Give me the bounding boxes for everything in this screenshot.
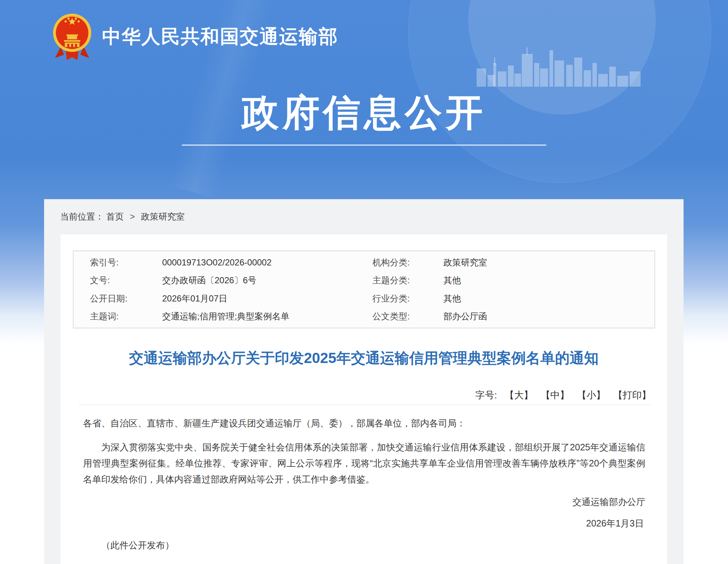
- font-size-small-button[interactable]: 【小】: [577, 390, 606, 401]
- title-underline: [182, 145, 546, 146]
- meta-value: 000019713O02/2026-00002: [162, 257, 372, 268]
- site-brand[interactable]: 中华人民共和国交通运输部: [52, 12, 338, 62]
- signature-date: 2026年1月3日: [83, 515, 644, 531]
- document-body: 各省、自治区、直辖市、新疆生产建设兵团交通运输厅（局、委），部属各单位，部内各司…: [83, 415, 645, 553]
- breadcrumb-home-link[interactable]: 首页: [106, 212, 124, 221]
- meta-label: 文号:: [90, 275, 162, 286]
- meta-label: 主题分类:: [372, 275, 443, 286]
- meta-label: 公开日期:: [90, 293, 162, 304]
- font-size-bar: 字号: 【大】 【中】 【小】 【打印】: [475, 389, 651, 402]
- content-panel: 当前位置： 首页 > 政策研究室 索引号: 000019713O02/2026-…: [44, 199, 684, 564]
- table-row: 主题词: 交通运输;信用管理;典型案例名单 公文类型: 部办公厅函: [74, 308, 654, 325]
- meta-value: 部办公厅函: [443, 311, 654, 322]
- table-row: 文号: 交办政研函〔2026〕6号 主题分类: 其他: [74, 272, 654, 289]
- document-area: 索引号: 000019713O02/2026-00002 机构分类: 政策研究室…: [60, 234, 667, 564]
- meta-value: 政策研究室: [443, 257, 654, 268]
- metadata-table: 索引号: 000019713O02/2026-00002 机构分类: 政策研究室…: [73, 251, 655, 328]
- signature-org: 交通运输部办公厅: [83, 494, 645, 510]
- document-title: 交通运输部办公厅关于印发2025年交通运输信用管理典型案例名单的通知: [68, 348, 660, 368]
- body-paragraph: 为深入贯彻落实党中央、国务院关于健全社会信用体系的决策部署，加快交通运输行业信用…: [83, 439, 645, 487]
- salutation-line: 各省、自治区、直辖市、新疆生产建设兵团交通运输厅（局、委），部属各单位，部内各司…: [83, 415, 645, 431]
- meta-label: 行业分类:: [372, 293, 443, 304]
- meta-value: 其他: [443, 293, 654, 304]
- breadcrumb: 当前位置： 首页 > 政策研究室: [60, 211, 185, 222]
- table-row: 公开日期: 2026年01月07日 行业分类: 其他: [74, 290, 654, 307]
- breadcrumb-current-link[interactable]: 政策研究室: [141, 212, 185, 221]
- meta-label: 索引号:: [90, 257, 162, 268]
- font-size-large-button[interactable]: 【大】: [505, 390, 533, 401]
- meta-value: 交办政研函〔2026〕6号: [162, 275, 372, 286]
- page: 中华人民共和国交通运输部 政府信息公开 当前位置： 首页 > 政策研究室 索引号…: [0, 0, 728, 564]
- title-divider: [79, 405, 651, 405]
- page-title: 政府信息公开: [0, 88, 728, 138]
- meta-label: 机构分类:: [372, 257, 443, 268]
- meta-value: 其他: [443, 275, 654, 286]
- site-name: 中华人民共和国交通运输部: [102, 24, 338, 50]
- city-skyline-graphic: [477, 43, 641, 88]
- breadcrumb-label: 当前位置：: [60, 212, 104, 221]
- meta-value: 交通运输;信用管理;典型案例名单: [162, 311, 372, 322]
- meta-value: 2026年01月07日: [162, 293, 372, 304]
- font-size-label: 字号:: [475, 390, 497, 401]
- meta-label: 公文类型:: [372, 311, 443, 322]
- font-size-medium-button[interactable]: 【中】: [541, 390, 570, 401]
- public-release-note: （此件公开发布）: [83, 537, 645, 553]
- print-button[interactable]: 【打印】: [613, 390, 651, 401]
- table-row: 索引号: 000019713O02/2026-00002 机构分类: 政策研究室: [74, 254, 654, 271]
- breadcrumb-separator: >: [130, 212, 135, 221]
- meta-label: 主题词:: [90, 311, 162, 322]
- national-emblem-logo: [52, 12, 93, 62]
